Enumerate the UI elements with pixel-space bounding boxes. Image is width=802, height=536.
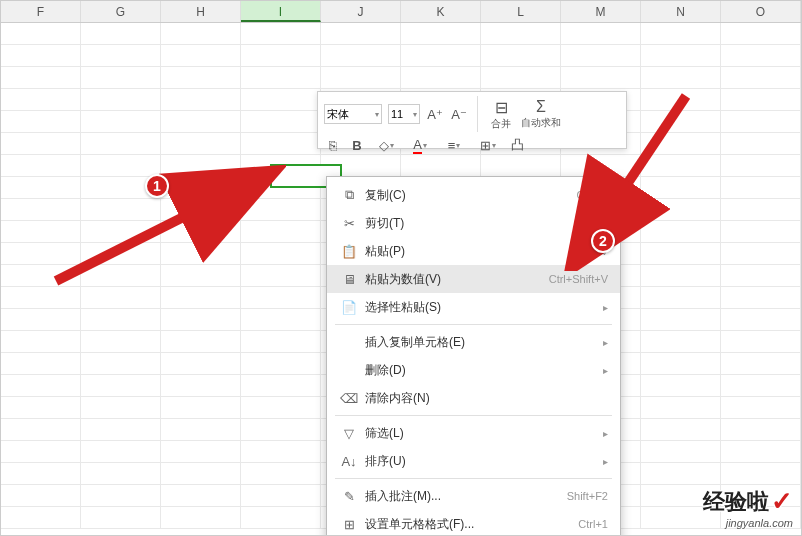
- col-header-k[interactable]: K: [401, 1, 481, 22]
- paste-icon: 📋: [339, 244, 359, 259]
- col-header-i[interactable]: I: [241, 1, 321, 22]
- submenu-arrow-icon: ▸: [603, 337, 608, 348]
- font-color-button[interactable]: A▾: [406, 136, 434, 154]
- fill-color-button[interactable]: ◇▾: [372, 136, 400, 154]
- column-headers: F G H I J K L M N O: [1, 1, 801, 23]
- menu-separator: [335, 324, 612, 325]
- autosum-button[interactable]: Σ自动求和: [521, 98, 561, 130]
- border-button[interactable]: ⊞▾: [474, 136, 502, 154]
- decrease-font-button[interactable]: A⁻: [450, 105, 468, 123]
- submenu-arrow-icon: ▸: [603, 428, 608, 439]
- merge-button[interactable]: ⊟合并: [491, 98, 511, 131]
- font-size-select[interactable]: 11▾: [388, 104, 420, 124]
- menu-delete[interactable]: 删除(D) ▸: [327, 356, 620, 384]
- comment-icon: ✎: [339, 489, 359, 504]
- col-header-g[interactable]: G: [81, 1, 161, 22]
- submenu-arrow-icon: ▸: [603, 302, 608, 313]
- menu-format-cells[interactable]: ⊞ 设置单元格格式(F)... Ctrl+1: [327, 510, 620, 536]
- number-format-button[interactable]: 凸: [508, 136, 526, 154]
- col-header-l[interactable]: L: [481, 1, 561, 22]
- submenu-arrow-icon: ▸: [603, 365, 608, 376]
- clear-icon: ⌫: [339, 391, 359, 406]
- menu-insert-comment[interactable]: ✎ 插入批注(M)... Shift+F2: [327, 482, 620, 510]
- annotation-badge-2: 2: [591, 229, 615, 253]
- annotation-arrow-2: [561, 86, 701, 271]
- menu-separator: [335, 415, 612, 416]
- increase-font-button[interactable]: A⁺: [426, 105, 444, 123]
- paste-values-icon: 🖥: [339, 272, 359, 287]
- watermark: 经验啦✓ jingyanla.com: [703, 486, 793, 529]
- annotation-badge-1: 1: [145, 174, 169, 198]
- align-button[interactable]: ≡▾: [440, 136, 468, 154]
- copy-icon: ⧉: [339, 187, 359, 203]
- menu-paste-special[interactable]: 📄 选择性粘贴(S) ▸: [327, 293, 620, 321]
- menu-insert-copied[interactable]: 插入复制单元格(E) ▸: [327, 328, 620, 356]
- menu-clear[interactable]: ⌫ 清除内容(N): [327, 384, 620, 412]
- col-header-h[interactable]: H: [161, 1, 241, 22]
- col-header-j[interactable]: J: [321, 1, 401, 22]
- paste-special-icon: 📄: [339, 300, 359, 315]
- check-icon: ✓: [771, 486, 793, 517]
- col-header-o[interactable]: O: [721, 1, 801, 22]
- menu-sort[interactable]: A↓ 排序(U) ▸: [327, 447, 620, 475]
- format-cells-icon: ⊞: [339, 517, 359, 532]
- annotation-arrow-1: [46, 156, 286, 296]
- col-header-n[interactable]: N: [641, 1, 721, 22]
- cut-icon: ✂: [339, 216, 359, 231]
- bold-button[interactable]: B: [348, 136, 366, 154]
- font-select[interactable]: 宋体▾: [324, 104, 382, 124]
- menu-separator: [335, 478, 612, 479]
- menu-filter[interactable]: ▽ 筛选(L) ▸: [327, 419, 620, 447]
- filter-icon: ▽: [339, 426, 359, 441]
- col-header-m[interactable]: M: [561, 1, 641, 22]
- col-header-f[interactable]: F: [1, 1, 81, 22]
- format-painter-button[interactable]: ⎘: [324, 136, 342, 154]
- submenu-arrow-icon: ▸: [603, 456, 608, 467]
- sort-icon: A↓: [339, 454, 359, 469]
